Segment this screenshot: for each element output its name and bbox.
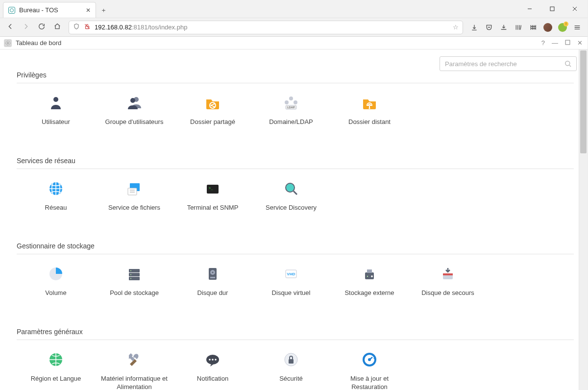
app-close-button[interactable]: ✕ — [577, 39, 583, 47]
lock-icon — [281, 350, 301, 369]
dashboard-item-spare-disk[interactable]: Disque de secours — [409, 261, 487, 302]
svg-rect-0 — [550, 7, 554, 11]
spare-disk-icon — [438, 264, 458, 284]
section-2: Gestionnaire de stockageVolumePool de st… — [17, 242, 574, 302]
nav-reload-button[interactable] — [37, 23, 46, 32]
svg-rect-3 — [565, 40, 570, 45]
dashboard-item-storage-pool[interactable]: Pool de stockage — [95, 261, 173, 302]
window-close-button[interactable] — [564, 2, 586, 16]
window-maximize-button[interactable] — [541, 2, 563, 16]
app-minimize-button[interactable]: ― — [552, 39, 558, 47]
search-icon — [564, 59, 572, 68]
scrollbar-thumb[interactable] — [580, 50, 587, 153]
section-0: PrivilègesUtilisateurGroupe d'utilisateu… — [17, 71, 574, 131]
dashboard-item-hdd[interactable]: Disque dur — [173, 261, 252, 302]
tab-close-icon[interactable]: ✕ — [86, 7, 91, 14]
storage-pool-icon — [124, 264, 144, 284]
dashboard-item-shared-folder[interactable]: Dossier partagé — [173, 90, 252, 131]
app-help-button[interactable]: ? — [541, 39, 545, 47]
ldap-icon — [281, 93, 301, 113]
volume-pie-icon — [46, 264, 66, 284]
section-title: Privilèges — [17, 71, 574, 79]
shield-icon — [73, 23, 80, 31]
dashboard-item-label: Sécurité — [279, 374, 303, 383]
dashboard-item-vhd[interactable]: Disque virtuel — [252, 261, 330, 302]
search-disc-icon — [281, 179, 301, 198]
remote-folder-icon — [360, 93, 379, 113]
dashboard-item-remote-folder[interactable]: Dossier distant — [330, 90, 409, 131]
new-tab-button[interactable]: ＋ — [96, 3, 111, 18]
dashboard-item-label: Disque dur — [197, 289, 228, 297]
library-icon[interactable] — [514, 23, 523, 32]
insecure-lock-icon — [84, 23, 91, 31]
dashboard-item-label: Service Discovery — [266, 203, 317, 212]
profile-avatar[interactable] — [543, 23, 552, 32]
extension-badge-icon[interactable] — [558, 23, 567, 32]
section-divider — [17, 340, 574, 340]
app-body: PrivilègesUtilisateurGroupe d'utilisateu… — [0, 49, 588, 390]
dashboard-item-notification[interactable]: Notification — [173, 347, 252, 390]
browser-tab[interactable]: Bureau - TOS ✕ — [3, 2, 96, 18]
grid-icon[interactable] — [529, 23, 538, 32]
tools-icon — [124, 350, 144, 369]
dashboard-item-terminal[interactable]: Terminal et SNMP — [173, 176, 252, 217]
dashboard-item-usb[interactable]: Stockage externe — [330, 261, 409, 302]
download-arrow-icon[interactable] — [470, 23, 479, 32]
dashboard-item-users[interactable]: Groupe d'utilisateurs — [95, 90, 173, 131]
search-input[interactable] — [444, 60, 560, 68]
dashboard-item-file-service[interactable]: Service de fichiers — [95, 176, 173, 217]
section-title: Paramètres généraux — [17, 328, 574, 336]
section-grid: UtilisateurGroupe d'utilisateursDossier … — [17, 90, 574, 131]
nav-back-button[interactable] — [6, 23, 15, 32]
browser-tab-bar: Bureau - TOS ✕ ＋ — [0, 0, 588, 18]
dashboard-item-globe[interactable]: Réseau — [17, 176, 95, 217]
dashboard-item-volume-pie[interactable]: Volume — [17, 261, 95, 302]
tab-favicon-icon — [8, 7, 15, 14]
dashboard-item-lock[interactable]: Sécurité — [252, 347, 330, 390]
window-minimize-button[interactable] — [519, 2, 540, 16]
dashboard-item-ldap[interactable]: Domaine/LDAP — [252, 90, 330, 131]
app-maximize-button[interactable] — [565, 39, 570, 47]
window-controls — [519, 0, 586, 18]
dashboard-item-label: Utilisateur — [42, 118, 70, 126]
download-tray-icon[interactable] — [499, 23, 508, 32]
browser-chrome: Bureau - TOS ✕ ＋ 192.168.0.82:8181/tos/i… — [0, 0, 588, 37]
section-title: Gestionnaire de stockage — [17, 242, 574, 250]
usb-icon — [360, 264, 379, 284]
dashboard-item-label: Matériel informatique et Alimentation — [97, 374, 172, 390]
dashboard-item-tools[interactable]: Matériel informatique et Alimentation — [95, 347, 173, 390]
region-icon — [46, 350, 66, 369]
dashboard-item-label: Mise à jour et Restauration — [332, 374, 407, 390]
vhd-icon — [281, 264, 301, 284]
bookmark-star-icon[interactable]: ☆ — [453, 24, 459, 31]
file-service-icon — [124, 179, 144, 198]
pocket-icon[interactable] — [485, 23, 493, 32]
svg-point-4 — [565, 61, 570, 66]
search-box[interactable] — [440, 56, 577, 71]
dashboard-item-label: Réseau — [45, 203, 67, 212]
dashboard-item-label: Notification — [197, 374, 228, 383]
dashboard-item-label: Dossier partagé — [190, 118, 235, 126]
dashboard-item-label: Disque de secours — [421, 289, 474, 297]
app-gear-icon — [4, 39, 12, 47]
section-divider — [17, 254, 574, 254]
dashboard-item-search-disc[interactable]: Service Discovery — [252, 176, 330, 217]
dashboard-item-user[interactable]: Utilisateur — [17, 90, 95, 131]
section-1: Services de réseauRéseauService de fichi… — [17, 157, 574, 217]
dashboard-item-update[interactable]: Mise à jour et Restauration — [330, 347, 409, 390]
url-input[interactable]: 192.168.0.82:8181/tos/index.php ☆ — [69, 21, 463, 34]
hamburger-menu-icon[interactable] — [573, 23, 582, 32]
app-window-controls: ? ― ✕ — [541, 39, 583, 47]
update-icon — [360, 350, 379, 369]
dashboard-item-label: Volume — [45, 289, 66, 297]
section-divider — [17, 169, 574, 169]
app-window: Tableau de bord ? ― ✕ PrivilègesUtilisat… — [0, 37, 588, 390]
nav-home-button[interactable] — [53, 23, 62, 32]
tab-title: Bureau - TOS — [19, 6, 82, 14]
section-grid: VolumePool de stockageDisque durDisque v… — [17, 261, 574, 302]
dashboard-item-label: Service de fichiers — [108, 203, 160, 212]
users-icon — [124, 93, 144, 113]
svg-point-2 — [7, 42, 9, 44]
dashboard-item-region[interactable]: Région et Langue — [17, 347, 95, 390]
nav-forward-button[interactable] — [22, 23, 30, 32]
